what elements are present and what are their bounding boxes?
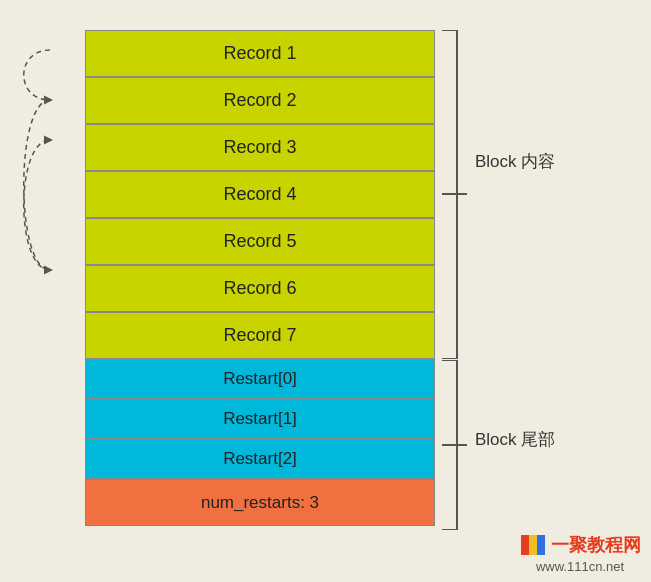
record-label-2: Record 2 (223, 90, 296, 111)
restart-row-1: Restart[1] (85, 399, 435, 439)
record-row-1: Record 1 (85, 30, 435, 77)
svg-rect-2 (521, 535, 529, 555)
record-row-6: Record 6 (85, 265, 435, 312)
restart-label-0: Restart[0] (223, 369, 297, 389)
block-content-text: Block 内容 (475, 152, 555, 171)
main-container: Record 1 Record 2 Record 3 Record 4 Reco… (85, 30, 435, 526)
record-label-5: Record 5 (223, 231, 296, 252)
record-row-2: Record 2 (85, 77, 435, 124)
restart-row-2: Restart[2] (85, 439, 435, 479)
block-content-label: Block 内容 (475, 150, 555, 173)
num-restarts-label: num_restarts: 3 (201, 493, 319, 513)
flag-icon (519, 531, 547, 559)
block-tail-text: Block 尾部 (475, 430, 555, 449)
record-label-4: Record 4 (223, 184, 296, 205)
watermark-url: www.111cn.net (536, 559, 624, 574)
record-label-3: Record 3 (223, 137, 296, 158)
svg-rect-3 (529, 535, 537, 555)
watermark-logo: 一聚教程网 (551, 533, 641, 557)
block-tail-label: Block 尾部 (475, 428, 555, 451)
svg-rect-4 (537, 535, 545, 555)
record-row-4: Record 4 (85, 171, 435, 218)
restart-label-2: Restart[2] (223, 449, 297, 469)
record-label-1: Record 1 (223, 43, 296, 64)
record-row-7: Record 7 (85, 312, 435, 359)
record-label-7: Record 7 (223, 325, 296, 346)
record-row-3: Record 3 (85, 124, 435, 171)
watermark: 一聚教程网 www.111cn.net (519, 531, 641, 574)
restart-row-0: Restart[0] (85, 359, 435, 399)
record-label-6: Record 6 (223, 278, 296, 299)
restart-label-1: Restart[1] (223, 409, 297, 429)
record-block: Record 1 Record 2 Record 3 Record 4 Reco… (85, 30, 435, 359)
record-row-5: Record 5 (85, 218, 435, 265)
num-restarts-row: num_restarts: 3 (85, 479, 435, 526)
